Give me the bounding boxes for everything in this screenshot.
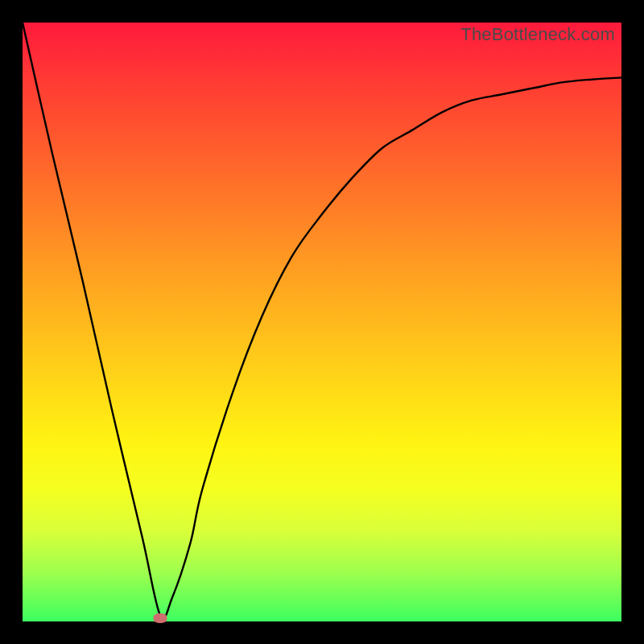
watermark-text: TheBottleneck.com [460, 24, 615, 45]
optimal-point-marker [154, 613, 167, 623]
bottleneck-curve [23, 23, 621, 621]
plot-area: TheBottleneck.com [23, 23, 621, 621]
chart-frame: TheBottleneck.com [0, 0, 644, 644]
